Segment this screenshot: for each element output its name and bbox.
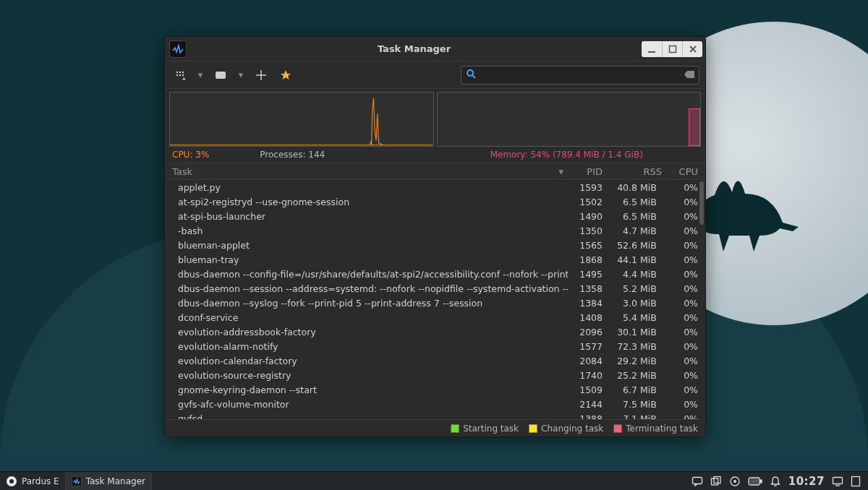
titlebar[interactable]: Task Manager <box>165 37 705 61</box>
cell-rss-unit: MiB <box>637 413 662 420</box>
svg-point-6 <box>182 71 184 72</box>
cell-rss: 6.5 <box>603 197 637 207</box>
cell-pid: 1384 <box>568 298 603 309</box>
cell-rss: 72.3 <box>603 341 637 352</box>
table-row[interactable]: dbus-daemon --session --address=systemd:… <box>165 281 705 296</box>
column-pid[interactable]: PID <box>568 166 603 177</box>
table-row[interactable]: at-spi2-registryd --use-gnome-session150… <box>165 194 705 209</box>
cell-rss-unit: MiB <box>637 182 662 193</box>
search-field[interactable] <box>461 66 699 85</box>
terminal-button[interactable] <box>211 66 230 85</box>
cell-rss-unit: MiB <box>637 341 662 352</box>
cell-task: dbus-daemon --syslog --fork --print-pid … <box>165 298 568 309</box>
svg-rect-25 <box>750 479 758 483</box>
svg-rect-20 <box>714 476 720 483</box>
cell-rss-unit: MiB <box>637 399 662 410</box>
maximize-button[interactable] <box>662 41 682 57</box>
tray-windows-icon[interactable] <box>710 476 722 487</box>
cell-pid: 1593 <box>568 182 603 193</box>
cell-rss: 25.2 <box>603 370 637 381</box>
tray-clock[interactable]: 10:27 <box>788 475 825 488</box>
cell-task: dbus-daemon --config-file=/usr/share/def… <box>165 269 568 280</box>
minimize-button[interactable] <box>642 41 662 57</box>
table-header: Task ▾ PID RSS CPU <box>165 163 705 180</box>
cell-rss-unit: MiB <box>637 211 662 222</box>
table-row[interactable]: gnome-keyring-daemon --start15096.7MiB0% <box>165 382 705 397</box>
taskbar-item-task-manager[interactable]: Task Manager <box>66 472 152 490</box>
tray-bell-icon[interactable] <box>770 476 781 487</box>
cell-rss-unit: MiB <box>637 240 662 251</box>
cell-rss: 4.7 <box>603 225 637 236</box>
memory-usage-label: Memory: 54% (789.4 MiB / 1.4 GiB) <box>435 150 699 160</box>
expand-button[interactable] <box>252 66 271 85</box>
cell-cpu: 0% <box>662 341 698 352</box>
table-row[interactable]: applet.py159340.8MiB0% <box>165 180 705 194</box>
cell-rss: 7.1 <box>603 413 637 420</box>
table-row[interactable]: at-spi-bus-launcher14906.5MiB0% <box>165 209 705 223</box>
svg-point-4 <box>176 71 178 72</box>
table-row[interactable]: evolution-alarm-notify157772.3MiB0% <box>165 339 705 353</box>
svg-point-14 <box>467 70 473 76</box>
clear-search-icon[interactable] <box>684 69 694 80</box>
table-row[interactable]: gvfsd13887.1MiB0% <box>165 411 705 419</box>
column-rss[interactable]: RSS <box>603 166 662 177</box>
table-row[interactable]: gvfs-afc-volume-monitor21447.5MiB0% <box>165 397 705 411</box>
legend-start-swatch <box>451 424 459 433</box>
tray-monitor-icon[interactable] <box>832 476 843 487</box>
terminal-menu-caret-icon[interactable]: ▾ <box>236 66 246 85</box>
memory-graph[interactable] <box>437 92 702 147</box>
svg-rect-10 <box>216 72 226 79</box>
cell-rss-unit: MiB <box>637 283 662 294</box>
star-button[interactable] <box>276 66 295 85</box>
cell-task: dconf-service <box>165 312 568 323</box>
svg-point-5 <box>179 71 181 72</box>
table-row[interactable]: blueman-applet156552.6MiB0% <box>165 238 705 252</box>
svg-point-22 <box>733 480 736 482</box>
cell-rss: 44.1 <box>603 254 637 265</box>
cell-pid: 1868 <box>568 254 603 265</box>
legend: Starting task Changing task Terminating … <box>165 419 705 437</box>
svg-rect-24 <box>760 480 762 483</box>
cell-rss: 52.6 <box>603 240 637 251</box>
svg-rect-28 <box>852 476 860 486</box>
close-button[interactable] <box>682 41 702 57</box>
table-row[interactable]: blueman-tray186844.1MiB0% <box>165 252 705 267</box>
process-list[interactable]: applet.py159340.8MiB0%at-spi2-registryd … <box>165 180 705 419</box>
taskbar-item-label: Task Manager <box>86 476 145 486</box>
table-row[interactable]: dbus-daemon --syslog --fork --print-pid … <box>165 296 705 310</box>
cell-cpu: 0% <box>662 298 698 309</box>
cell-cpu: 0% <box>662 283 698 294</box>
tray-desktop-icon[interactable] <box>851 476 861 487</box>
cell-cpu: 0% <box>662 182 698 193</box>
table-row[interactable]: -bash13504.7MiB0% <box>165 223 705 238</box>
cell-rss: 30.1 <box>603 327 637 338</box>
cell-cpu: 0% <box>662 225 698 236</box>
start-menu-button[interactable]: Pardus E <box>0 472 66 490</box>
cell-task: evolution-calendar-factory <box>165 356 568 366</box>
svg-point-17 <box>9 479 14 483</box>
svg-rect-26 <box>833 477 843 483</box>
svg-rect-19 <box>711 478 718 485</box>
exec-menu-caret-icon[interactable]: ▾ <box>195 66 205 85</box>
column-task[interactable]: Task ▾ <box>165 166 568 177</box>
cpu-graph[interactable] <box>169 92 434 147</box>
sort-caret-icon: ▾ <box>558 166 563 177</box>
table-row[interactable]: evolution-source-registry174025.2MiB0% <box>165 368 705 382</box>
cell-rss: 3.0 <box>603 298 637 309</box>
svg-rect-1 <box>669 46 676 52</box>
table-row[interactable]: dbus-daemon --config-file=/usr/share/def… <box>165 267 705 281</box>
column-cpu[interactable]: CPU <box>662 166 698 177</box>
tray-chat-icon[interactable] <box>692 476 703 487</box>
cell-task: at-spi2-registryd --use-gnome-session <box>165 197 568 207</box>
scrollbar-thumb[interactable] <box>699 181 704 225</box>
table-row[interactable]: evolution-addressbook-factory209630.1MiB… <box>165 324 705 339</box>
svg-point-7 <box>176 74 178 75</box>
tray-battery-icon[interactable] <box>748 477 762 486</box>
table-row[interactable]: dconf-service14085.4MiB0% <box>165 310 705 324</box>
cell-rss-unit: MiB <box>637 384 662 395</box>
cell-rss: 29.2 <box>603 356 637 366</box>
table-row[interactable]: evolution-calendar-factory208429.2MiB0% <box>165 353 705 368</box>
cell-cpu: 0% <box>662 413 698 420</box>
exec-button[interactable] <box>171 66 190 85</box>
tray-power-icon[interactable] <box>729 476 741 487</box>
